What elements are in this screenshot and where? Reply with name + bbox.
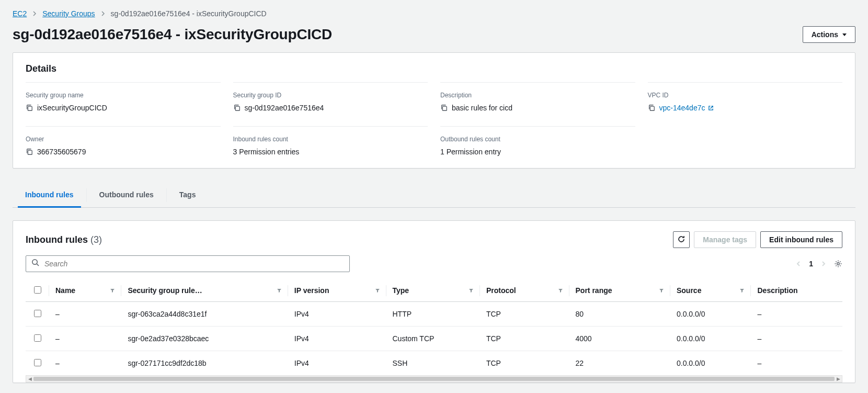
pager-prev[interactable] [795, 261, 802, 267]
cell-ip-version: IPv4 [288, 302, 386, 327]
field-value: 366735605679 [37, 147, 86, 157]
scroll-thumb[interactable] [33, 377, 835, 381]
col-name[interactable]: Name [55, 285, 75, 296]
field-value: 3 Permission entries [233, 147, 300, 157]
select-all-checkbox[interactable] [34, 286, 41, 294]
inbound-rules-panel: Inbound rules (3) Manage tags Edit inbou… [13, 220, 855, 383]
details-heading: Details [26, 63, 842, 74]
field-sg-id: Security group ID sg-0d192ae016e7516e4 [233, 82, 428, 114]
field-outbound-count: Outbound rules count 1 Permission entry [440, 126, 635, 158]
field-label: Owner [26, 134, 221, 144]
filter-icon[interactable] [659, 285, 664, 296]
cell-port-range: 80 [569, 302, 670, 327]
scroll-right-icon[interactable]: ▶ [835, 376, 842, 382]
col-rule-id[interactable]: Security group rule… [128, 285, 202, 296]
cell-description: – [751, 327, 842, 351]
svg-point-6 [837, 263, 839, 265]
details-panel: Details Security group name ixSecurityGr… [13, 52, 855, 169]
col-protocol[interactable]: Protocol [486, 285, 516, 296]
col-port-range[interactable]: Port range [576, 285, 612, 296]
horizontal-scrollbar[interactable]: ◀ ▶ [26, 375, 842, 383]
filter-icon[interactable] [277, 285, 282, 296]
svg-rect-4 [28, 150, 32, 154]
field-vpc-id: VPC ID vpc-14e4de7c [648, 82, 843, 114]
cell-description: – [751, 302, 842, 327]
scroll-left-icon[interactable]: ◀ [26, 376, 33, 382]
vpc-link[interactable]: vpc-14e4de7c [659, 103, 714, 113]
field-label: Outbound rules count [440, 134, 635, 144]
edit-inbound-rules-button[interactable]: Edit inbound rules [760, 231, 842, 248]
filter-icon[interactable] [375, 285, 380, 296]
tab-tags[interactable]: Tags [177, 183, 198, 207]
cell-protocol: TCP [480, 302, 569, 327]
cell-rule-id: sgr-027171cc9df2dc18b [121, 351, 288, 376]
cell-name: – [49, 351, 121, 376]
cell-source: 0.0.0.0/0 [670, 327, 751, 351]
external-link-icon [707, 104, 714, 112]
table-row[interactable]: –sgr-027171cc9df2dc18bIPv4SSHTCP220.0.0.… [26, 351, 842, 376]
field-value: sg-0d192ae016e7516e4 [245, 103, 324, 113]
filter-icon[interactable] [110, 285, 115, 296]
breadcrumb-security-groups[interactable]: Security Groups [42, 8, 95, 19]
table-row[interactable]: –sgr-0e2ad37e0328bcaecIPv4Custom TCPTCP4… [26, 327, 842, 351]
rules-count: (3) [90, 234, 102, 245]
cell-port-range: 4000 [569, 327, 670, 351]
actions-button[interactable]: Actions [803, 26, 855, 43]
filter-icon[interactable] [739, 285, 745, 296]
svg-rect-3 [650, 106, 654, 110]
tab-outbound-rules[interactable]: Outbound rules [97, 183, 156, 207]
cell-protocol: TCP [480, 327, 569, 351]
row-checkbox[interactable] [34, 359, 41, 366]
col-type[interactable]: Type [393, 285, 409, 296]
field-label: Security group ID [233, 90, 428, 100]
svg-rect-1 [235, 106, 239, 110]
field-value: 1 Permission entry [440, 147, 501, 157]
cell-type: SSH [386, 351, 480, 376]
chevron-right-icon [32, 8, 37, 19]
filter-icon[interactable] [558, 285, 563, 296]
copy-icon[interactable] [648, 104, 655, 111]
cell-ip-version: IPv4 [288, 327, 386, 351]
cell-type: Custom TCP [386, 327, 480, 351]
cell-source: 0.0.0.0/0 [670, 351, 751, 376]
field-value: ixSecurityGroupCICD [37, 103, 107, 113]
copy-icon[interactable] [26, 104, 33, 111]
table-row[interactable]: –sgr-063ca2a44d8c31e1fIPv4HTTPTCP800.0.0… [26, 302, 842, 327]
tabs: Inbound rules Outbound rules Tags [13, 183, 855, 208]
actions-label: Actions [812, 30, 838, 39]
filter-icon[interactable] [469, 285, 474, 296]
svg-rect-0 [28, 106, 32, 110]
row-checkbox[interactable] [34, 310, 41, 317]
search-input[interactable] [43, 259, 344, 268]
table-settings-button[interactable] [834, 260, 842, 268]
chevron-right-icon [100, 8, 106, 19]
field-owner: Owner 366735605679 [26, 126, 221, 158]
cell-rule-id: sgr-0e2ad37e0328bcaec [121, 327, 288, 351]
cell-description: – [751, 351, 842, 376]
cell-source: 0.0.0.0/0 [670, 302, 751, 327]
copy-icon[interactable] [440, 104, 448, 111]
refresh-button[interactable] [673, 231, 690, 248]
field-label: VPC ID [648, 90, 843, 100]
field-sg-name: Security group name ixSecurityGroupCICD [26, 82, 221, 114]
breadcrumb: EC2 Security Groups sg-0d192ae016e7516e4… [13, 8, 855, 19]
tab-inbound-rules[interactable]: Inbound rules [23, 183, 76, 207]
col-source[interactable]: Source [677, 285, 701, 296]
pager-page: 1 [809, 259, 813, 269]
cell-name: – [49, 302, 121, 327]
col-ip-version[interactable]: IP version [294, 285, 329, 296]
copy-icon[interactable] [26, 148, 33, 155]
copy-icon[interactable] [233, 104, 241, 111]
search-box[interactable] [26, 255, 350, 272]
manage-tags-button: Manage tags [694, 231, 756, 248]
breadcrumb-ec2[interactable]: EC2 [13, 8, 27, 19]
col-description[interactable]: Description [757, 285, 797, 296]
rules-title: Inbound rules (3) [26, 234, 102, 245]
field-description: Description basic rules for cicd [440, 82, 635, 114]
cell-port-range: 22 [569, 351, 670, 376]
inbound-rules-table: Name Security group rule… IP version Typ… [26, 279, 842, 375]
pager-next[interactable] [820, 261, 827, 267]
cell-ip-version: IPv4 [288, 351, 386, 376]
row-checkbox[interactable] [34, 334, 41, 342]
cell-rule-id: sgr-063ca2a44d8c31e1f [121, 302, 288, 327]
